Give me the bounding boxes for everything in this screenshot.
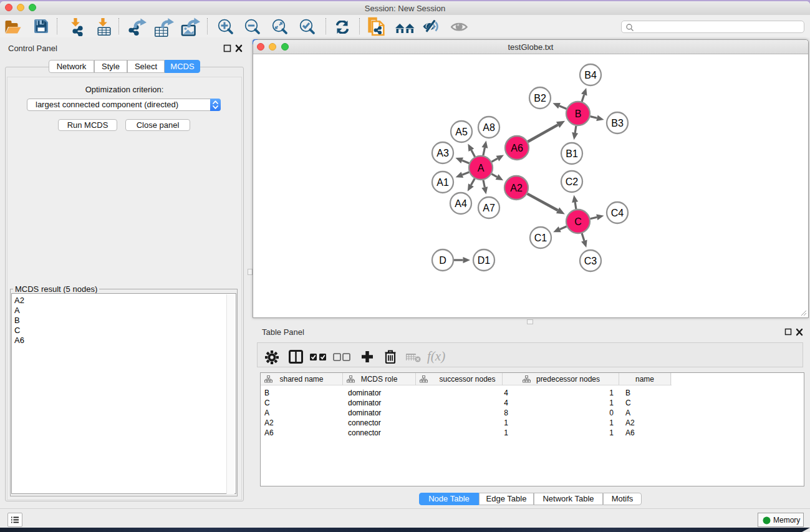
- svg-text:A1: A1: [436, 177, 449, 188]
- svg-text:A5: A5: [455, 127, 468, 137]
- svg-text:A3: A3: [436, 148, 449, 158]
- svg-text:C2: C2: [566, 177, 579, 187]
- svg-text:A7: A7: [483, 203, 495, 213]
- svg-text:A: A: [478, 163, 485, 173]
- svg-text:C4: C4: [611, 208, 624, 218]
- svg-text:A4: A4: [455, 198, 467, 209]
- svg-text:B4: B4: [584, 70, 597, 80]
- svg-text:D1: D1: [478, 255, 491, 266]
- svg-text:B2: B2: [534, 93, 546, 104]
- svg-text:B3: B3: [611, 118, 624, 128]
- svg-text:C3: C3: [584, 256, 597, 266]
- svg-text:A8: A8: [483, 122, 495, 133]
- svg-text:B: B: [575, 109, 582, 119]
- svg-text:C: C: [574, 216, 582, 227]
- svg-text:A2: A2: [510, 183, 523, 193]
- svg-text:B1: B1: [566, 148, 578, 159]
- svg-text:A6: A6: [511, 143, 523, 153]
- svg-text:C1: C1: [534, 233, 547, 243]
- svg-text:D: D: [439, 255, 446, 266]
